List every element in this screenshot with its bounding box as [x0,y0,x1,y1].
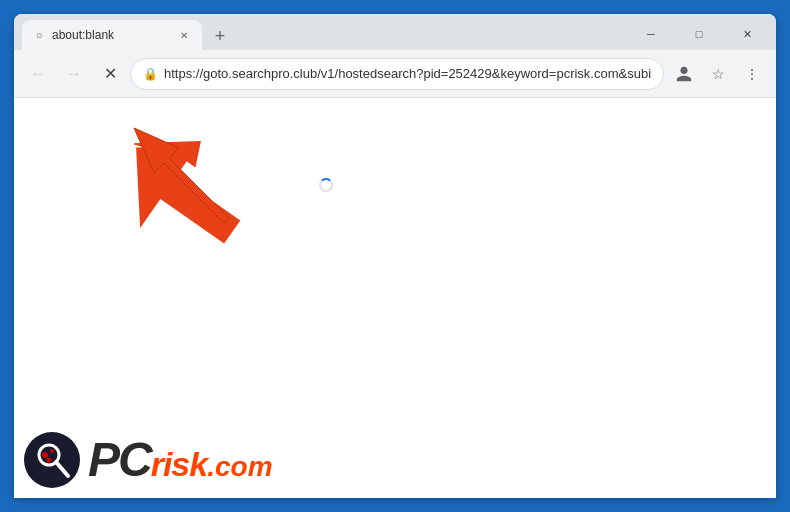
address-bar[interactable]: 🔒 [130,58,664,90]
pcrisk-logo-icon [24,432,80,488]
svg-point-4 [24,432,80,488]
tab-close-button[interactable]: ✕ [176,27,192,43]
svg-point-7 [42,452,48,458]
svg-point-9 [47,458,52,463]
reload-button[interactable]: ✕ [94,58,126,90]
bookmark-button[interactable]: ☆ [702,58,734,90]
toolbar: ← → ✕ 🔒 ☆ ⋮ [14,50,776,98]
url-input[interactable] [164,66,651,81]
minimize-button[interactable]: ─ [628,22,674,46]
title-bar: ○ about:blank ✕ + ─ □ ✕ [14,14,776,50]
svg-point-8 [50,449,54,453]
svg-marker-3 [134,128,229,223]
content-area: PC risk .com [14,98,776,498]
arrow-pointer [129,123,259,257]
profile-button[interactable] [668,58,700,90]
loading-spinner [319,178,335,194]
tab-title: about:blank [52,28,170,42]
tab-bar: ○ about:blank ✕ + [22,14,234,50]
back-button[interactable]: ← [22,58,54,90]
forward-button[interactable]: → [58,58,90,90]
new-tab-button[interactable]: + [206,22,234,50]
security-icon: 🔒 [143,67,158,81]
pc-text: PC [88,436,151,484]
active-tab[interactable]: ○ about:blank ✕ [22,20,202,50]
browser-window: ○ about:blank ✕ + ─ □ ✕ ← → ✕ 🔒 ☆ [14,14,776,498]
window-controls: ─ □ ✕ [628,22,770,46]
tab-favicon: ○ [32,28,46,42]
risk-text: risk [151,447,208,481]
menu-button[interactable]: ⋮ [736,58,768,90]
toolbar-icons: ☆ ⋮ [668,58,768,90]
pcrisk-watermark: PC risk .com [24,432,273,488]
dotcom-text: .com [207,453,272,481]
close-button[interactable]: ✕ [724,22,770,46]
pcrisk-text-group: PC risk .com [88,436,273,484]
maximize-button[interactable]: □ [676,22,722,46]
spinner-ring [319,178,333,192]
